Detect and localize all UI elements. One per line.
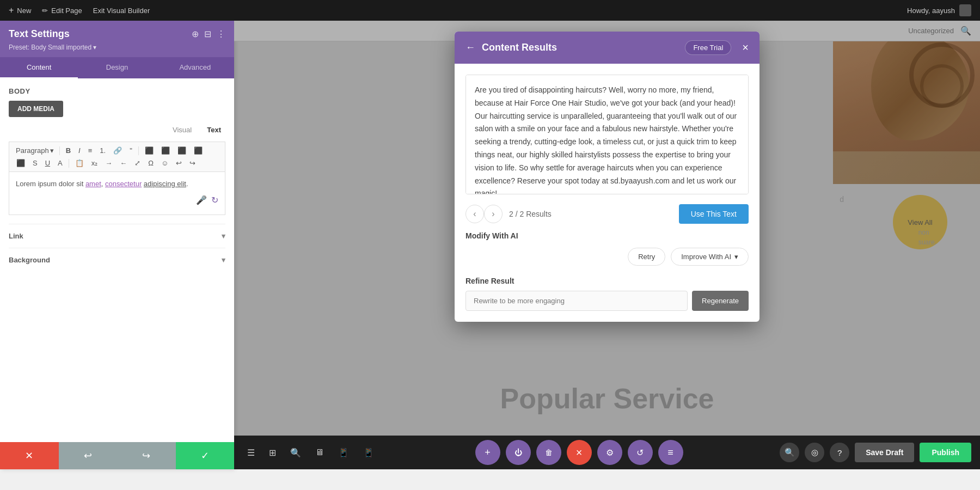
redo-action-button[interactable]: ↪ [117, 442, 176, 469]
undo-action-button[interactable]: ↩ [59, 442, 118, 469]
save-draft-button[interactable]: Save Draft [855, 443, 914, 462]
align-center-button[interactable]: ⬛ [158, 145, 173, 156]
separator-2 [138, 146, 139, 155]
power-button[interactable]: ⏻ [506, 440, 531, 465]
tab-design[interactable]: Design [78, 57, 156, 78]
edit-page-button[interactable]: ✏ Edit Page [42, 7, 82, 15]
add-media-button[interactable]: ADD MEDIA [9, 101, 63, 117]
bottom-mobile-icon[interactable]: 📱 [359, 444, 378, 461]
modify-ai-label: Modify With AI [465, 231, 749, 240]
close-center-button[interactable]: × [567, 440, 592, 465]
color-button[interactable]: A [55, 158, 65, 168]
separator-1 [59, 146, 60, 155]
cancel-button[interactable]: ✕ [0, 442, 59, 469]
content-results-modal: ← Content Results Free Trial × Are you t… [455, 32, 759, 322]
exit-builder-button[interactable]: Exit Visual Builder [93, 7, 150, 15]
main-layout: Text Settings ⊕ ⊟ ⋮ Preset: Body Small i… [0, 21, 980, 469]
undo-button[interactable]: ↩ [173, 158, 185, 168]
modal-overlay: ← Content Results Free Trial × Are you t… [234, 21, 980, 469]
unordered-list-button[interactable]: ≡ [85, 145, 95, 156]
improve-with-ai-button[interactable]: Improve With AI ▾ [671, 248, 749, 266]
modal-body: Are you tired of disappointing haircuts?… [455, 64, 759, 322]
table-button[interactable]: ⬛ [14, 158, 28, 168]
bottom-desktop-icon[interactable]: 🖥 [311, 444, 328, 461]
new-button[interactable]: + New [9, 5, 31, 15]
layout-icon[interactable]: ⊟ [204, 29, 211, 39]
bottom-right-actions: 🔍 ◎ ? Save Draft Publish [780, 443, 971, 462]
settings-button[interactable]: ⚙ [597, 440, 622, 465]
bottom-tablet-icon[interactable]: 📱 [334, 444, 353, 461]
top-bar: + New ✏ Edit Page Exit Visual Builder Ho… [0, 0, 980, 21]
link-header[interactable]: Link ▾ [9, 232, 225, 240]
visual-toggle[interactable]: Visual [168, 124, 196, 136]
next-result-button[interactable]: › [484, 205, 503, 223]
add-module-button[interactable]: + [475, 440, 500, 465]
avatar [959, 4, 971, 16]
subscript-button[interactable]: x₂ [89, 158, 101, 168]
ordered-list-button[interactable]: 1. [97, 145, 108, 156]
underline-button[interactable]: U [42, 158, 53, 168]
bottom-help-icon[interactable]: ? [830, 443, 849, 462]
ai-buttons-row: Retry Improve With AI ▾ [465, 248, 749, 266]
indent-button[interactable]: → [102, 158, 115, 168]
bottom-toolbar: ☰ ⊞ 🔍 🖥 📱 📱 + ⏻ 🗑 × ⚙ ↺ ≡ 🔍 ◎ ? S [234, 436, 980, 469]
special-chars-button[interactable]: Ω [145, 158, 156, 168]
mic-icon[interactable]: 🎤 [196, 193, 207, 207]
link-chevron: ▾ [222, 232, 225, 240]
ai-icon[interactable]: ↻ [211, 193, 218, 207]
background-header[interactable]: Background ▾ [9, 256, 225, 264]
regenerate-button[interactable]: Regenerate [692, 291, 749, 311]
retry-button[interactable]: Retry [628, 248, 665, 266]
prev-result-button[interactable]: ‹ [465, 205, 484, 223]
modal-title: Content Results [482, 42, 678, 53]
editor-toolbar: Paragraph ▾ B I ≡ 1. 🔗 " ⬛ ⬛ ⬛ ⬛ ⬛ S U A [9, 142, 225, 171]
visual-text-toggle: Visual Text [9, 124, 225, 136]
panel-header-icons: ⊕ ⊟ ⋮ [192, 29, 225, 39]
bottom-grid-icon[interactable]: ⊞ [265, 444, 280, 461]
background-chevron: ▾ [222, 256, 225, 264]
more-icon[interactable]: ⋮ [217, 29, 225, 39]
bottom-search-right-icon[interactable]: 🔍 [780, 443, 799, 462]
bold-button[interactable]: B [63, 145, 74, 156]
strikethrough-button[interactable]: S [30, 158, 40, 168]
tab-advanced[interactable]: Advanced [156, 57, 234, 78]
paste-button[interactable]: 📋 [72, 158, 87, 168]
emoji-button[interactable]: ☺ [158, 158, 171, 168]
use-text-button[interactable]: Use This Text [679, 204, 749, 224]
confirm-button[interactable]: ✓ [176, 442, 235, 469]
content-textarea[interactable]: Are you tired of disappointing haircuts?… [465, 75, 749, 194]
align-right-button[interactable]: ⬛ [175, 145, 189, 156]
background-section: Background ▾ [9, 248, 225, 272]
trash-button[interactable]: 🗑 [536, 440, 561, 465]
refine-section: Refine Result Regenerate [465, 277, 749, 311]
fullscreen-button[interactable]: ⤢ [132, 158, 143, 168]
bottom-menu-icon[interactable]: ☰ [243, 444, 259, 461]
modal-back-button[interactable]: ← [465, 42, 475, 53]
italic-button[interactable]: I [76, 145, 83, 156]
history-button[interactable]: ↺ [628, 440, 653, 465]
target-icon[interactable]: ⊕ [192, 29, 199, 39]
publish-button[interactable]: Publish [920, 443, 971, 462]
equalizer-button[interactable]: ≡ [658, 440, 683, 465]
blockquote-button[interactable]: " [127, 145, 135, 156]
panel-content: Body ADD MEDIA Visual Text Paragraph ▾ B… [0, 78, 234, 442]
redo-button[interactable]: ↪ [187, 158, 198, 168]
bottom-layers-icon[interactable]: ◎ [805, 443, 824, 462]
bottom-search-icon[interactable]: 🔍 [286, 444, 305, 461]
editor-area[interactable]: Lorem ipsum dolor sit amet, consectetur … [9, 171, 225, 215]
free-trial-badge[interactable]: Free Trial [685, 40, 731, 55]
separator-3 [69, 159, 69, 168]
refine-title: Refine Result [465, 277, 749, 285]
body-label: Body [9, 87, 225, 95]
outdent-button[interactable]: ← [117, 158, 130, 168]
tab-content[interactable]: Content [0, 57, 78, 78]
align-justify-button[interactable]: ⬛ [191, 145, 205, 156]
refine-input[interactable] [465, 291, 688, 311]
link-section: Link ▾ [9, 224, 225, 248]
align-left-button[interactable]: ⬛ [142, 145, 156, 156]
modal-close-button[interactable]: × [742, 41, 749, 54]
preset-label[interactable]: Preset: Body Small imported ▾ [9, 44, 96, 51]
link-button[interactable]: 🔗 [111, 145, 125, 156]
text-toggle[interactable]: Text [203, 124, 225, 136]
paragraph-dropdown[interactable]: Paragraph ▾ [14, 145, 56, 156]
